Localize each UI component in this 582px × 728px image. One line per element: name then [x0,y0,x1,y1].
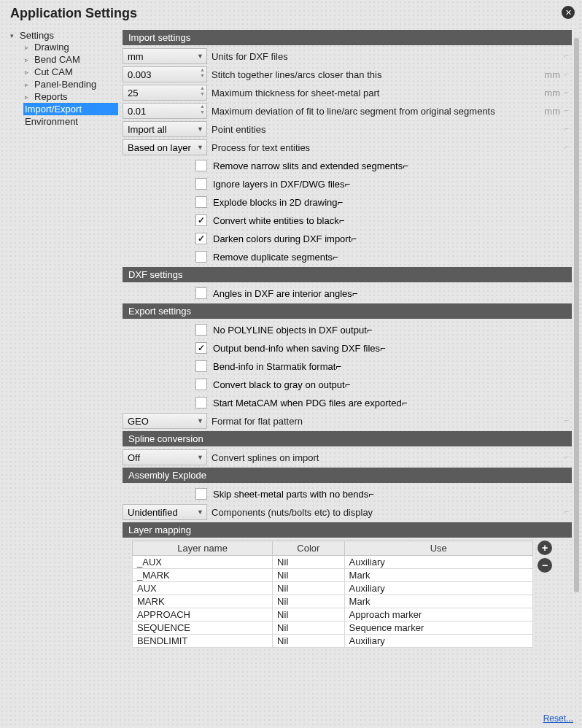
bookmark-icon[interactable]: ⌐ [345,379,351,390]
stitch-label: Stitch together lines/arcs closer than t… [212,69,540,80]
chevron-down-icon: ▼ [197,53,203,60]
table-row[interactable]: MARKNilMark [133,595,533,608]
components-combo[interactable]: Unidentified ▼ [123,504,207,520]
bookmark-icon[interactable]: ⌐ [345,179,351,190]
bookmark-icon[interactable]: ⌐ [333,252,338,263]
checkbox[interactable] [195,251,207,263]
chevron-down-icon: ▼ [197,144,203,151]
checkbox[interactable] [195,214,207,226]
checkbox-row: Remove narrow slits and extended segment… [123,158,572,174]
checkbox[interactable] [195,178,207,190]
checkbox-row: Explode blocks in 2D drawing ⌐ [123,194,572,210]
layer-mapping-table[interactable]: Layer nameColorUse _AUXNilAuxiliary_MARK… [132,541,533,648]
checkbox-row: Bend-info in Starmatik format ⌐ [123,358,572,374]
chevron-down-icon: ▼ [197,454,203,461]
checkbox[interactable] [195,324,207,336]
checkbox[interactable] [195,287,207,299]
sidebar: ▾ Settings ▹ Drawing ▹ Bend CAM ▹ Cut CA… [10,28,118,707]
spline-label: Convert splines on import [212,452,572,463]
bookmark-icon[interactable]: ⌐ [564,452,572,461]
sidebar-item-drawing[interactable]: ▹ Drawing [23,41,118,53]
table-row[interactable]: _AUXNilAuxiliary [133,556,533,569]
checkbox-row: Start MetaCAM when PDG files are exporte… [123,395,572,411]
point-entities-combo[interactable]: Import all ▼ [123,121,207,137]
table-header[interactable]: Color [273,541,345,556]
checkbox[interactable] [195,397,207,408]
bookmark-icon[interactable]: ⌐ [564,142,572,151]
checkbox-label: No POLYLINE objects in DXF output [213,325,367,336]
table-header[interactable]: Use [344,541,532,556]
bookmark-icon[interactable]: ⌐ [339,215,345,226]
table-header[interactable]: Layer name [133,541,273,556]
table-row[interactable]: _MARKNilMark [133,569,533,582]
checkbox[interactable] [195,488,207,500]
format-combo[interactable]: GEO ▼ [123,413,207,429]
add-row-button[interactable]: + [538,541,552,555]
checkbox-row: Darken colors during DXF import ⌐ [123,231,572,247]
maxdev-spinner[interactable]: 0.01 ▲▼ [123,103,207,119]
table-row[interactable]: BENDLIMITNilAuxiliary [133,635,533,648]
bookmark-icon[interactable]: ⌐ [335,361,341,372]
table-row[interactable]: APPROACHNilApproach marker [133,608,533,621]
checkbox-label: Output bend-info when saving DXF files [213,343,380,354]
bookmark-icon[interactable]: ⌐ [351,233,357,244]
table-row[interactable]: SEQUENCENilSequence marker [133,621,533,635]
checkbox-label: Ignore layers in DXF/DWG files [213,179,345,190]
chevron-down-icon: ▼ [197,417,203,425]
scrollbar[interactable] [574,38,579,709]
bookmark-icon[interactable]: ⌐ [402,398,408,408]
page-title: Application Settings [0,0,582,28]
sidebar-item-import-export[interactable]: Import/Export [23,103,118,115]
caret-right-icon: ▹ [25,44,31,51]
spinner-arrows-icon: ▲▼ [200,67,205,79]
checkbox-label: Remove duplicate segments [213,252,333,263]
bookmark-icon[interactable]: ⌐ [564,124,572,133]
table-row[interactable]: AUXNilAuxiliary [133,582,533,595]
checkbox-label: Angles in DXF are interior angles [213,288,352,299]
reset-link[interactable]: Reset... [543,713,573,724]
close-button[interactable]: ✕ [562,6,575,19]
scrollbar-thumb[interactable] [574,38,579,592]
point-label: Point entities [212,124,572,135]
section-header-assembly: Assembly Explode [123,468,572,483]
checkbox[interactable] [195,233,207,244]
bookmark-icon[interactable]: ⌐ [338,197,344,208]
spline-combo[interactable]: Off ▼ [123,449,207,465]
maxthick-spinner[interactable]: 25 ▲▼ [123,85,207,101]
bookmark-icon[interactable]: ⌐ [564,416,572,425]
maxdev-label: Maximum deviation of fit to line/arc seg… [212,106,540,117]
sidebar-item-panel-bending[interactable]: ▹ Panel-Bending [23,78,118,90]
bookmark-icon[interactable]: ⌐ [380,343,386,354]
sidebar-item-cut-cam[interactable]: ▹ Cut CAM [23,66,118,78]
sidebar-item-environment[interactable]: Environment [23,115,118,128]
checkbox[interactable] [195,360,207,372]
bookmark-icon[interactable]: ⌐ [564,507,572,516]
checkbox[interactable] [195,160,207,171]
checkbox[interactable] [195,196,207,208]
section-header-spline: Spline conversion [123,431,572,446]
caret-right-icon: ▹ [25,69,31,76]
checkbox-label: Convert black to gray on output [213,379,345,390]
bookmark-icon[interactable]: ⌐ [368,489,374,500]
section-header-dxf: DXF settings [123,267,572,282]
checkbox[interactable] [195,342,207,354]
checkbox[interactable] [195,379,207,390]
checkbox-row: Ignore layers in DXF/DWG files ⌐ [123,176,572,192]
sidebar-item-bend-cam[interactable]: ▹ Bend CAM [23,53,118,66]
bookmark-icon[interactable]: ⌐ [564,88,572,96]
text-entities-combo[interactable]: Based on layer ▼ [123,139,207,155]
stitch-spinner[interactable]: 0.003 ▲▼ [123,66,207,82]
bookmark-icon[interactable]: ⌐ [352,288,358,299]
bookmark-icon[interactable]: ⌐ [403,160,408,171]
tree-root-settings[interactable]: ▾ Settings [10,30,118,41]
maxthick-label: Maximum thickness for sheet-metal part [212,88,540,98]
bookmark-icon[interactable]: ⌐ [564,51,572,60]
checkbox-row: Remove duplicate segments ⌐ [123,249,572,265]
units-combo[interactable]: mm ▼ [123,48,207,64]
sidebar-item-reports[interactable]: ▹ Reports [23,90,118,103]
bookmark-icon[interactable]: ⌐ [367,325,373,336]
bookmark-icon[interactable]: ⌐ [564,106,572,115]
chevron-down-icon: ▼ [197,508,203,516]
remove-row-button[interactable]: − [538,558,552,573]
bookmark-icon[interactable]: ⌐ [564,69,572,78]
